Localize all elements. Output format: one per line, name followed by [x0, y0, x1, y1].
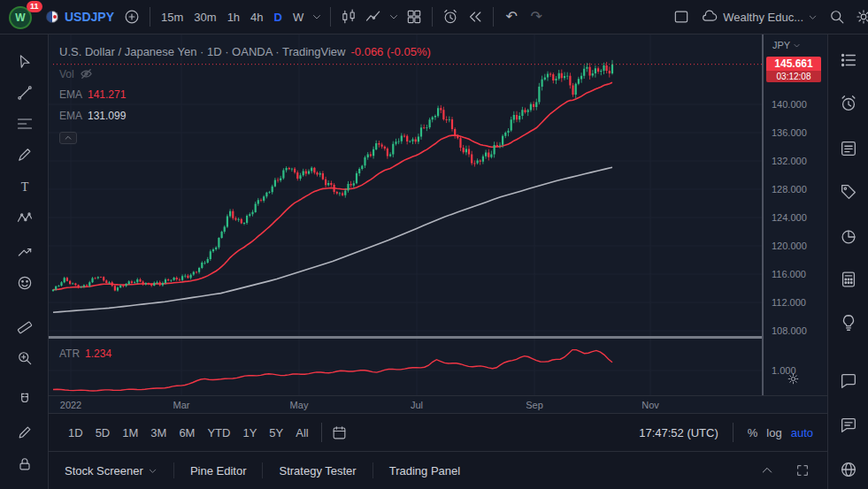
undo-button[interactable]: ↶: [499, 4, 524, 29]
chevron-down-icon: [388, 11, 399, 22]
ema-fast-legend-row[interactable]: EMA 141.271: [59, 88, 126, 101]
settings-button[interactable]: [851, 4, 868, 29]
news-button[interactable]: [836, 136, 861, 161]
range-5y[interactable]: 5Y: [264, 424, 288, 442]
volume-label: Vol: [59, 68, 74, 80]
chart-region: U.S. Dollar / Japanese Yen · 1D · OANDA …: [49, 34, 827, 413]
price-chart-canvas[interactable]: [49, 34, 764, 336]
ruler-icon: [16, 318, 34, 336]
alert-button[interactable]: [438, 4, 463, 29]
edit-tool-button[interactable]: [12, 419, 38, 446]
range-ytd[interactable]: YTD: [202, 424, 235, 442]
watchlist-button[interactable]: [836, 48, 861, 73]
lock-tool-button[interactable]: [12, 451, 38, 478]
text-tool-button[interactable]: T: [12, 173, 38, 200]
range-all[interactable]: All: [290, 424, 313, 442]
account-menu-button[interactable]: W 11: [7, 3, 39, 31]
range-1m[interactable]: 1M: [117, 424, 143, 442]
alerts-button[interactable]: [836, 91, 861, 116]
currency-selector[interactable]: JPY: [772, 40, 801, 50]
calendar-button[interactable]: [836, 267, 861, 292]
last-price-badge: 145.661 03:12:08: [766, 57, 821, 82]
interval-1d[interactable]: D: [269, 7, 288, 27]
price-tick-label: 136.000: [772, 127, 807, 138]
ema-fast-value: 141.271: [88, 88, 126, 101]
percent-scale-button[interactable]: %: [748, 426, 758, 439]
main-area: U.S. Dollar / Japanese Yen · 1D · OANDA …: [49, 34, 827, 489]
interval-4h[interactable]: 4h: [245, 7, 268, 27]
measure-tool-button[interactable]: [12, 314, 38, 340]
tab-pine-editor[interactable]: Pine Editor: [174, 452, 263, 489]
interval-15m[interactable]: 15m: [156, 7, 188, 27]
bottom-panel: Stock Screener Pine Editor Strategy Test…: [49, 451, 827, 489]
top-toolbar: W 11 USDJPY 15m 30m 1h 4h D: [0, 0, 868, 34]
emoji-tool-button[interactable]: [12, 270, 38, 296]
auto-scale-button[interactable]: auto: [791, 426, 813, 439]
cursor-tool-button[interactable]: [12, 49, 38, 75]
fib-tool-button[interactable]: [12, 111, 38, 137]
clock-utc[interactable]: 17:47:52 (UTC): [639, 426, 718, 439]
magnet-tool-button[interactable]: [12, 386, 38, 413]
interval-1h[interactable]: 1h: [222, 7, 245, 27]
interval-menu-button[interactable]: [309, 4, 325, 29]
chart-type-button[interactable]: [336, 4, 361, 29]
atr-pane-canvas[interactable]: [49, 339, 764, 395]
hotlists-button[interactable]: [836, 225, 861, 249]
log-scale-button[interactable]: log: [766, 426, 781, 439]
layout-templates-button[interactable]: [402, 4, 426, 29]
compare-add-button[interactable]: [119, 4, 144, 29]
atr-legend-row[interactable]: ATR 1.234: [59, 348, 111, 360]
cloud-save-button[interactable]: Wealthy Educ...: [695, 4, 823, 29]
tab-label: Stock Screener: [65, 464, 143, 478]
gear-icon: [855, 8, 868, 26]
redo-button[interactable]: ↷: [524, 4, 549, 29]
ema-fast-label: EMA: [59, 88, 82, 101]
undo-icon: ↶: [506, 10, 518, 24]
chevron-down-icon: [148, 466, 157, 476]
open-panel-button[interactable]: [755, 458, 780, 483]
tab-trading-panel[interactable]: Trading Panel: [373, 452, 476, 489]
go-to-date-button[interactable]: [327, 420, 352, 445]
trend-line-icon: [16, 84, 34, 102]
data-window-button[interactable]: [836, 180, 861, 204]
chat-button[interactable]: [836, 369, 861, 393]
interval-30m[interactable]: 30m: [188, 7, 221, 27]
forecast-tool-button[interactable]: [12, 238, 38, 264]
legend-collapse-button[interactable]: [59, 132, 77, 144]
range-5d[interactable]: 5D: [90, 424, 116, 442]
interval-1w[interactable]: W: [288, 7, 309, 27]
help-button[interactable]: [836, 457, 861, 482]
range-6m[interactable]: 6M: [173, 424, 200, 442]
trend-line-tool-button[interactable]: [12, 80, 38, 106]
brush-tool-button[interactable]: [12, 141, 38, 168]
range-3m[interactable]: 3M: [145, 424, 172, 442]
plus-circle-icon: [123, 8, 141, 26]
chart-change: -0.066 (-0.05%): [350, 45, 430, 58]
indicators-button[interactable]: [361, 4, 386, 29]
volume-legend-row[interactable]: Vol: [59, 67, 93, 80]
symbol-button[interactable]: USDJPY: [39, 5, 119, 28]
chevron-down-icon: [311, 11, 322, 22]
bar-replay-button[interactable]: [463, 4, 488, 29]
public-chat-button[interactable]: [836, 413, 861, 438]
fullscreen-button[interactable]: [669, 4, 694, 29]
eye-slash-icon: [80, 67, 93, 80]
ideas-button[interactable]: [836, 310, 861, 335]
ema-slow-legend-row[interactable]: EMA 131.099: [59, 110, 126, 122]
price-scale[interactable]: JPY 140.000136.000132.000128.000124.0001…: [764, 34, 827, 395]
tab-stock-screener[interactable]: Stock Screener: [49, 452, 173, 489]
range-1y[interactable]: 1Y: [237, 424, 262, 442]
search-button[interactable]: [825, 4, 849, 29]
pattern-tool-button[interactable]: [12, 205, 38, 232]
range-1d[interactable]: 1D: [63, 424, 88, 442]
chevron-down-icon: [793, 42, 801, 50]
maximize-panel-button[interactable]: [790, 458, 815, 483]
legend-title-row[interactable]: U.S. Dollar / Japanese Yen · 1D · OANDA …: [59, 45, 431, 58]
bottom-toolbar: 1D 5D 1M 3M 6M YTD 1Y 5Y All 17:47:52 (U…: [49, 413, 827, 451]
indicators-menu-button[interactable]: [386, 4, 402, 29]
tab-strategy-tester[interactable]: Strategy Tester: [263, 452, 372, 489]
atr-settings-button[interactable]: [787, 372, 800, 386]
zoom-in-tool-button[interactable]: [12, 345, 38, 371]
toolbar-separator: [330, 7, 331, 27]
time-axis[interactable]: 2022MarMayJulSepNov: [49, 395, 827, 413]
